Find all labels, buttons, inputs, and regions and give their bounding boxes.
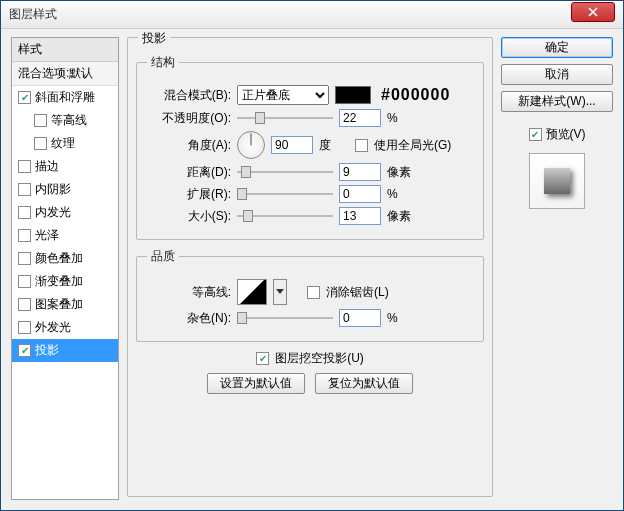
global-light-checkbox[interactable]	[355, 139, 368, 152]
style-label: 颜色叠加	[35, 250, 83, 267]
style-item-0[interactable]: 斜面和浮雕	[12, 86, 118, 109]
styles-header[interactable]: 样式	[12, 38, 118, 62]
shadow-color-hex: #000000	[381, 86, 450, 104]
opacity-label: 不透明度(O):	[147, 110, 231, 127]
style-label: 纹理	[51, 135, 75, 152]
noise-input[interactable]	[339, 309, 381, 327]
ok-button[interactable]: 确定	[501, 37, 613, 58]
right-buttons: 确定 取消 新建样式(W)... 预览(V)	[501, 37, 613, 500]
noise-slider[interactable]	[237, 311, 333, 325]
style-item-3[interactable]: 描边	[12, 155, 118, 178]
global-light-label: 使用全局光(G)	[374, 137, 451, 154]
style-item-1[interactable]: 等高线	[12, 109, 118, 132]
style-checkbox[interactable]	[18, 160, 31, 173]
style-item-2[interactable]: 纹理	[12, 132, 118, 155]
style-checkbox[interactable]	[18, 321, 31, 334]
antialias-checkbox[interactable]	[307, 286, 320, 299]
blend-mode-select[interactable]: 正片叠底	[237, 85, 329, 105]
opacity-input[interactable]	[339, 109, 381, 127]
style-label: 图案叠加	[35, 296, 83, 313]
reset-default-button[interactable]: 复位为默认值	[315, 373, 413, 394]
set-default-button[interactable]: 设置为默认值	[207, 373, 305, 394]
size-input[interactable]	[339, 207, 381, 225]
style-checkbox[interactable]	[18, 229, 31, 242]
spread-slider[interactable]	[237, 187, 333, 201]
style-item-8[interactable]: 渐变叠加	[12, 270, 118, 293]
new-style-button[interactable]: 新建样式(W)...	[501, 91, 613, 112]
shadow-color-swatch[interactable]	[335, 86, 371, 104]
style-checkbox[interactable]	[18, 344, 31, 357]
blending-options[interactable]: 混合选项:默认	[12, 62, 118, 86]
structure-legend: 结构	[147, 54, 179, 71]
knockout-label: 图层挖空投影(U)	[275, 350, 364, 367]
opacity-slider[interactable]	[237, 111, 333, 125]
contour-dropdown[interactable]	[273, 279, 287, 305]
preview-thumbnail	[529, 153, 585, 209]
antialias-label: 消除锯齿(L)	[326, 284, 389, 301]
size-slider[interactable]	[237, 209, 333, 223]
settings-panel: 投影 结构 混合模式(B): 正片叠底 #000000 不透明度(O): %	[127, 37, 493, 500]
spread-unit: %	[387, 187, 417, 201]
distance-unit: 像素	[387, 164, 417, 181]
style-item-11[interactable]: 投影	[12, 339, 118, 362]
distance-input[interactable]	[339, 163, 381, 181]
angle-dial[interactable]	[237, 131, 265, 159]
panel-title: 投影	[138, 30, 170, 47]
noise-label: 杂色(N):	[147, 310, 231, 327]
style-label: 外发光	[35, 319, 71, 336]
style-item-10[interactable]: 外发光	[12, 316, 118, 339]
structure-group: 结构 混合模式(B): 正片叠底 #000000 不透明度(O): %	[136, 54, 484, 240]
titlebar: 图层样式	[1, 1, 623, 29]
dialog-window: 图层样式 样式 混合选项:默认 斜面和浮雕等高线纹理描边内阴影内发光光泽颜色叠加…	[0, 0, 624, 511]
angle-input[interactable]	[271, 136, 313, 154]
style-checkbox[interactable]	[34, 114, 47, 127]
styles-list: 样式 混合选项:默认 斜面和浮雕等高线纹理描边内阴影内发光光泽颜色叠加渐变叠加图…	[11, 37, 119, 500]
opacity-unit: %	[387, 111, 417, 125]
style-item-5[interactable]: 内发光	[12, 201, 118, 224]
style-item-4[interactable]: 内阴影	[12, 178, 118, 201]
spread-label: 扩展(R):	[147, 186, 231, 203]
style-label: 内发光	[35, 204, 71, 221]
window-title: 图层样式	[9, 6, 571, 23]
angle-unit: 度	[319, 137, 349, 154]
quality-group: 品质 等高线: 消除锯齿(L) 杂色(N): %	[136, 248, 484, 342]
style-label: 描边	[35, 158, 59, 175]
style-label: 斜面和浮雕	[35, 89, 95, 106]
style-item-9[interactable]: 图案叠加	[12, 293, 118, 316]
style-checkbox[interactable]	[18, 206, 31, 219]
style-label: 内阴影	[35, 181, 71, 198]
spread-input[interactable]	[339, 185, 381, 203]
style-label: 投影	[35, 342, 59, 359]
chevron-down-icon	[276, 289, 284, 295]
style-checkbox[interactable]	[18, 252, 31, 265]
preview-label: 预览(V)	[546, 126, 586, 143]
style-item-6[interactable]: 光泽	[12, 224, 118, 247]
style-checkbox[interactable]	[18, 91, 31, 104]
size-unit: 像素	[387, 208, 417, 225]
style-label: 渐变叠加	[35, 273, 83, 290]
preview-checkbox[interactable]	[529, 128, 542, 141]
blend-mode-label: 混合模式(B):	[147, 87, 231, 104]
style-item-7[interactable]: 颜色叠加	[12, 247, 118, 270]
distance-slider[interactable]	[237, 165, 333, 179]
distance-label: 距离(D):	[147, 164, 231, 181]
close-icon	[588, 7, 598, 17]
quality-legend: 品质	[147, 248, 179, 265]
contour-picker[interactable]	[237, 279, 267, 305]
style-checkbox[interactable]	[18, 298, 31, 311]
style-checkbox[interactable]	[34, 137, 47, 150]
style-checkbox[interactable]	[18, 183, 31, 196]
cancel-button[interactable]: 取消	[501, 64, 613, 85]
noise-unit: %	[387, 311, 417, 325]
angle-label: 角度(A):	[147, 137, 231, 154]
close-button[interactable]	[571, 2, 615, 22]
knockout-checkbox[interactable]	[256, 352, 269, 365]
style-label: 光泽	[35, 227, 59, 244]
style-label: 等高线	[51, 112, 87, 129]
size-label: 大小(S):	[147, 208, 231, 225]
style-checkbox[interactable]	[18, 275, 31, 288]
contour-label: 等高线:	[147, 284, 231, 301]
